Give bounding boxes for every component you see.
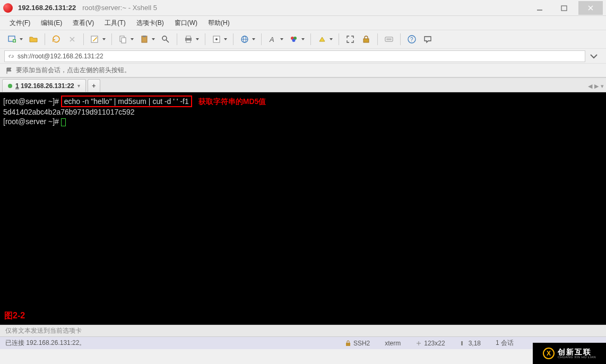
minimize-button[interactable] <box>527 1 552 15</box>
maximize-button[interactable] <box>552 1 576 15</box>
address-url: ssh://root@192.168.26.131:22 <box>18 53 103 60</box>
menu-view[interactable]: 查看(V) <box>67 18 99 29</box>
send-hint: 仅将文本发送到当前选项卡 <box>0 325 606 336</box>
svg-line-14 <box>166 40 169 42</box>
annotation: 获取字符串的MD5值 <box>198 97 266 106</box>
watermark-icon: X <box>543 348 555 359</box>
menu-tools[interactable]: 工具(T) <box>99 18 131 29</box>
tab-next-icon[interactable]: ▶ <box>594 83 599 90</box>
window-controls <box>527 1 603 15</box>
highlight-icon[interactable] <box>316 33 328 46</box>
print-icon[interactable] <box>182 33 195 46</box>
svg-point-26 <box>292 39 296 42</box>
prompt: [root@server ~]# <box>3 117 61 126</box>
paste-icon[interactable] <box>138 33 151 46</box>
watermark: X 创新互联 CHUANG XIN HU LIAN <box>533 343 606 364</box>
web-icon[interactable] <box>238 33 251 46</box>
tab-bar: 1 1 192.168.26.131:22192.168.26.131:22 ▾… <box>0 77 606 92</box>
color-icon[interactable] <box>288 33 300 46</box>
search-icon[interactable] <box>159 33 172 46</box>
tab-session-1[interactable]: 1 1 192.168.26.131:22192.168.26.131:22 ▾ <box>2 79 86 92</box>
menu-bar: 文件(F) 编辑(E) 查看(V) 工具(T) 选项卡(B) 窗口(W) 帮助(… <box>0 16 606 30</box>
svg-text:A: A <box>269 36 274 44</box>
status-size: 123x22 <box>415 340 445 347</box>
open-icon[interactable] <box>27 33 40 46</box>
title-session: root@server:~ - Xshell 5 <box>82 4 157 12</box>
reconnect-icon[interactable] <box>50 33 63 46</box>
svg-rect-16 <box>186 36 191 38</box>
watermark-zh: 创新互联 <box>558 348 596 356</box>
tab-label: 1 1 192.168.26.131:22192.168.26.131:22 <box>15 82 74 90</box>
lock-icon[interactable] <box>360 33 373 46</box>
font-icon[interactable]: A <box>266 33 279 46</box>
lock-small-icon <box>345 340 351 346</box>
status-termtype: xterm <box>385 340 401 347</box>
disconnect-icon[interactable] <box>66 33 79 46</box>
address-input[interactable]: ssh://root@192.168.26.131:22 <box>4 50 585 62</box>
new-session-icon[interactable] <box>6 33 19 46</box>
svg-rect-1 <box>561 6 567 11</box>
svg-rect-28 <box>385 37 393 41</box>
tab-dropdown-icon[interactable]: ▾ <box>77 83 80 89</box>
tab-nav: ◀ ▶ ▾ <box>588 83 604 92</box>
close-button[interactable] <box>578 1 603 15</box>
status-pos: 3,18 <box>460 340 481 347</box>
title-address: 192.168.26.131:22 <box>18 4 76 12</box>
svg-rect-34 <box>461 341 463 345</box>
help-icon[interactable]: ? <box>405 33 418 46</box>
status-bar: 已连接 192.168.26.131:22。 SSH2 xterm 123x22… <box>0 336 606 349</box>
svg-rect-12 <box>143 36 146 37</box>
tab-list-icon[interactable]: ▾ <box>601 83 604 90</box>
command-highlight: echo -n "hello" | md5sum | cut -d ' ' -f… <box>61 96 192 107</box>
properties-icon[interactable] <box>210 33 223 46</box>
speech-icon[interactable] <box>421 33 434 46</box>
status-proto: SSH2 <box>345 340 370 347</box>
terminal[interactable]: [root@server ~]# echo -n "hello" | md5su… <box>0 92 606 325</box>
hint-bar: 要添加当前会话，点击左侧的箭头按钮。 <box>0 64 606 77</box>
title-bar: 192.168.26.131:22 root@server:~ - Xshell… <box>0 0 606 16</box>
prompt: [root@server ~]# <box>3 97 61 106</box>
toolbar: A ? <box>0 30 606 49</box>
compose-icon[interactable] <box>89 33 101 46</box>
figure-label: 图2-2 <box>4 310 25 322</box>
status-connection: 已连接 192.168.26.131:22。 <box>5 339 337 348</box>
cursor-icon <box>61 118 66 126</box>
status-dot-icon <box>8 84 12 88</box>
xshell-icon <box>3 3 13 13</box>
tab-add-button[interactable]: + <box>88 79 100 92</box>
tab-prev-icon[interactable]: ◀ <box>588 83 592 90</box>
hint-text: 要添加当前会话，点击左侧的箭头按钮。 <box>16 66 131 75</box>
address-bar: ssh://root@192.168.26.131:22 <box>0 49 606 64</box>
watermark-en: CHUANG XIN HU LIAN <box>558 356 596 359</box>
flag-icon <box>5 67 13 74</box>
menu-help[interactable]: 帮助(H) <box>203 18 235 29</box>
menu-edit[interactable]: 编辑(E) <box>36 18 67 29</box>
menu-tabs[interactable]: 选项卡(B) <box>131 18 169 29</box>
menu-window[interactable]: 窗口(W) <box>169 18 203 29</box>
output: 5d41402abc4b2a76b9719d911017c592 <box>3 107 603 117</box>
address-dropdown-icon[interactable] <box>587 50 600 63</box>
svg-rect-17 <box>186 40 191 42</box>
svg-text:?: ? <box>410 37 413 42</box>
keymap-icon[interactable] <box>383 33 395 46</box>
svg-point-19 <box>215 38 218 40</box>
svg-rect-27 <box>363 39 369 42</box>
status-sessions: 1 会话 <box>496 339 514 348</box>
svg-rect-33 <box>346 343 350 346</box>
resize-icon <box>415 340 422 346</box>
svg-rect-10 <box>122 38 126 43</box>
link-icon <box>8 53 14 59</box>
menu-file[interactable]: 文件(F) <box>4 18 36 29</box>
copy-icon[interactable] <box>117 33 129 46</box>
cursor-pos-icon <box>460 340 466 346</box>
fullscreen-icon[interactable] <box>344 33 357 46</box>
svg-point-13 <box>162 36 167 40</box>
